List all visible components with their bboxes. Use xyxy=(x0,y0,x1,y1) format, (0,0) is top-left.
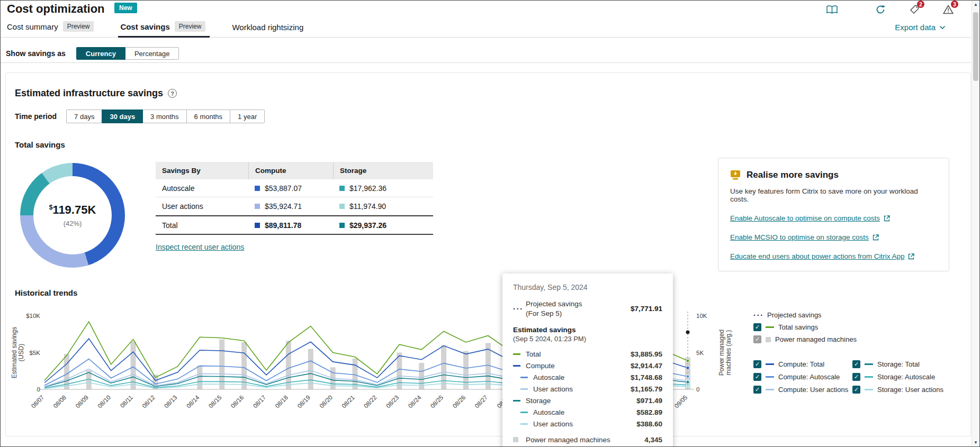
legend-label: Storage: User actions xyxy=(877,386,943,394)
svg-text:08/07: 08/07 xyxy=(30,394,46,409)
series-swatch xyxy=(766,389,774,390)
external-link-icon xyxy=(908,253,914,260)
svg-text:08/25: 08/25 xyxy=(429,394,445,409)
time-period-7-days[interactable]: 7 days xyxy=(66,110,102,123)
educate-end-users-link[interactable]: Educate end users about power actions fr… xyxy=(730,252,937,260)
row-value: $582.89 xyxy=(636,408,662,416)
compute-user-swatch xyxy=(255,204,260,209)
tooltip-row-compute-user: User actions $1,165.79 xyxy=(513,383,662,395)
donut-amount: 119.75K xyxy=(52,203,96,216)
scroll-down-arrow-icon[interactable]: ▼ xyxy=(972,439,979,446)
tooltip-row-storage-autoscale: Autoscale $582.89 xyxy=(513,406,662,418)
svg-text:08/19: 08/19 xyxy=(296,394,311,409)
donut-center: $119.75K (42%) xyxy=(33,176,112,254)
external-link-icon xyxy=(873,234,879,241)
tooltip-row-compute: Compute $2,914.47 xyxy=(513,360,662,371)
tooltip-row-power-managed: Power managed machines 4,345 xyxy=(513,434,662,445)
compute-autoscale-swatch xyxy=(255,186,260,191)
tab-label: Cost savings xyxy=(120,22,169,31)
legend-label: Compute: Total xyxy=(778,360,824,368)
legend-total-savings[interactable]: ✓ Total savings xyxy=(753,321,965,333)
vertical-scrollbar[interactable]: ▲ ▼ xyxy=(972,1,979,446)
help-icon[interactable]: ? xyxy=(168,89,177,98)
checkbox-storage-user-actions[interactable]: ✓ xyxy=(852,386,860,394)
svg-text:08/10: 08/10 xyxy=(96,394,112,409)
checkbox-total-savings[interactable]: ✓ xyxy=(753,323,761,331)
enable-mcsio-link[interactable]: Enable MCSIO to optimise on storage cost… xyxy=(730,233,937,241)
legend-compute-autoscale[interactable]: ✓ Compute: Autoscale xyxy=(753,371,852,383)
compute-total-value: $89,811.78 xyxy=(265,221,301,230)
svg-text:08/26: 08/26 xyxy=(452,394,467,409)
legend-storage-user-actions[interactable]: ✓ Storage: User actions xyxy=(852,384,965,396)
export-data-label: Export data xyxy=(895,23,936,32)
checkbox-power-managed[interactable]: ✓ xyxy=(753,335,761,343)
checkbox-compute-autoscale[interactable]: ✓ xyxy=(753,373,761,381)
realise-card-title: Realise more savings xyxy=(747,170,839,180)
legend-compute-total[interactable]: ✓ Compute: Total xyxy=(753,358,852,370)
refresh-icon[interactable] xyxy=(875,4,886,15)
enable-autoscale-link[interactable]: Enable Autoscale to optimise on compute … xyxy=(730,214,937,222)
section-heading: Estimated infrastructure savings ? xyxy=(15,88,177,99)
series-swatch xyxy=(865,389,873,390)
percentage-toggle-button[interactable]: Percentage xyxy=(125,47,179,60)
tooltip-row-storage-user: User actions $388.60 xyxy=(513,418,662,430)
alert-count-badge: 3 xyxy=(951,1,958,8)
time-period-1-year[interactable]: 1 year xyxy=(230,110,265,123)
external-link-icon xyxy=(884,215,890,222)
tab-cost-savings[interactable]: Cost savings Preview xyxy=(119,17,206,37)
alerts-icon[interactable]: 3 xyxy=(942,4,954,15)
series-swatch xyxy=(513,365,520,367)
legend-storage-autoscale[interactable]: ✓ Storage: Autoscale xyxy=(852,371,965,383)
scrollbar-thumb[interactable] xyxy=(973,12,978,81)
tooltip-row-storage: Storage $971.49 xyxy=(513,395,662,406)
time-period-30-days[interactable]: 30 days xyxy=(102,110,143,123)
tags-icon[interactable]: 2 xyxy=(909,4,920,15)
legend-power-managed[interactable]: ✓ Power managed machines xyxy=(753,333,965,345)
realise-card-description: Use key features form Citrix to save mor… xyxy=(730,187,937,203)
storage-autoscale-swatch xyxy=(339,186,345,191)
series-swatch xyxy=(766,376,774,378)
row-label: Storage xyxy=(526,397,636,405)
checkbox-storage-total[interactable]: ✓ xyxy=(852,360,860,368)
svg-text:08/24: 08/24 xyxy=(407,394,422,409)
svg-text:08/18: 08/18 xyxy=(274,394,289,409)
checkbox-compute-total[interactable]: ✓ xyxy=(753,360,761,368)
svg-text:08/23: 08/23 xyxy=(385,394,400,409)
svg-text:08/20: 08/20 xyxy=(318,394,334,409)
documentation-icon[interactable] xyxy=(826,4,838,15)
legend-series-grid: ✓ Compute: Total ✓ Storage: Total ✓ Comp… xyxy=(753,358,965,396)
time-period-row: Time period 7 days 30 days 3 months 6 mo… xyxy=(15,110,265,123)
checkbox-compute-user-actions[interactable]: ✓ xyxy=(753,386,761,394)
time-period-6-months[interactable]: 6 months xyxy=(186,110,230,123)
legend-label: Power managed machines xyxy=(775,335,857,343)
tag-count-badge: 2 xyxy=(917,1,924,8)
dotted-line-icon: ··· xyxy=(753,311,763,320)
donut-chart[interactable]: $119.75K (42%) xyxy=(20,163,125,268)
tab-cost-summary[interactable]: Cost summary Preview xyxy=(6,17,95,37)
export-data-button[interactable]: Export data xyxy=(895,23,946,37)
chart-tooltip: Thursday, Sep 5, 2024 ··· Projected savi… xyxy=(502,273,673,447)
svg-text:08/13: 08/13 xyxy=(163,394,178,409)
cost-optimization-page: ▲ ▼ Cost optimization New 2 3 Cost summa… xyxy=(0,0,980,447)
time-period-3-months[interactable]: 3 months xyxy=(142,110,186,123)
estimated-savings-label: Estimated savings xyxy=(513,326,662,334)
projected-label: Projected savings xyxy=(526,300,582,308)
svg-text:08/21: 08/21 xyxy=(340,394,356,409)
tab-workload-rightsizing[interactable]: Workload rightsizing xyxy=(231,19,304,37)
checkbox-storage-autoscale[interactable]: ✓ xyxy=(852,373,860,381)
series-swatch xyxy=(520,388,528,390)
currency-toggle-button[interactable]: Currency xyxy=(76,47,125,60)
svg-text:09/05: 09/05 xyxy=(673,394,689,409)
inspect-user-actions-link[interactable]: Inspect recent user actions xyxy=(156,243,244,251)
storage-user-swatch xyxy=(339,204,345,209)
tab-bar: Cost summary Preview Cost savings Previe… xyxy=(1,21,971,38)
table-row-user-actions: User actions $35,924.71 $11,974.90 xyxy=(156,197,433,215)
compute-total-swatch xyxy=(255,223,260,228)
svg-text:0: 0 xyxy=(37,386,40,393)
legend-compute-user-actions[interactable]: ✓ Compute: User actions xyxy=(753,384,852,396)
new-badge: New xyxy=(114,3,137,13)
legend-storage-total[interactable]: ✓ Storage: Total xyxy=(852,358,965,370)
row-label: Autoscale xyxy=(533,408,636,416)
svg-text:08/27: 08/27 xyxy=(473,394,489,409)
scroll-up-arrow-icon[interactable]: ▲ xyxy=(972,1,979,8)
